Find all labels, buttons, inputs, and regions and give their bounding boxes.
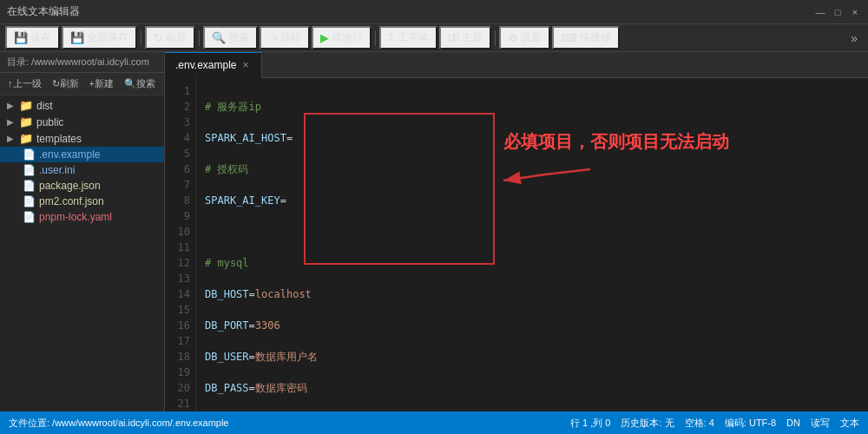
minimize-button[interactable]: — [814,6,826,18]
status-spaces: 空格: 4 [685,417,714,430]
folder-icon: 📁 [19,132,33,145]
status-file-location: 文件位置: /www/wwwroot/ai.idcyli.com/.env.ex… [9,417,228,430]
chevron-right-icon: ▶ [7,117,14,127]
folder-public[interactable]: ▶ 📁 public [0,114,164,130]
sep2 [199,30,200,46]
file-pnpm-lock[interactable]: 📄 pnpm-lock.yaml [0,209,164,225]
save-icon: 💾 [14,31,28,44]
toolbar-right: » [845,28,863,49]
up-button[interactable]: ↑上一级 [3,76,46,92]
status-left: 文件位置: /www/wwwroot/ai.idcyli.com/.env.ex… [9,417,228,430]
sidebar-search-button[interactable]: 🔍搜索 [120,76,160,92]
refresh-icon: ↻ [154,31,163,44]
search-icon: 🔍 [212,31,226,44]
tab-close-button[interactable]: × [240,59,250,71]
jump-icon: ⇢ [268,31,278,44]
code-line: SPARK_AI_KEY= [205,193,868,208]
theme-button[interactable]: U U 主题 [439,26,491,49]
maximize-button[interactable]: □ [832,6,844,18]
expand-button[interactable]: » [845,28,863,49]
folder-dist[interactable]: ▶ 📁 dist [0,97,164,114]
breadcrumb: 目录: /www/wwwroot/ai.idcyli.com [0,52,164,73]
file-pm2-conf[interactable]: 📄 pm2.conf.json [0,194,164,209]
shortcuts-icon: ⌨ [561,31,577,44]
search-button[interactable]: 🔍 搜索 [203,26,258,49]
sidebar: 目录: /www/wwwroot/ai.idcyli.com ↑上一级 ↻刷新 … [0,52,165,411]
status-extra: 文本 [840,417,859,430]
font-icon: T [388,31,395,44]
file-icon: 📄 [23,148,36,161]
status-bar: 文件位置: /www/wwwroot/ai.idcyli.com/.env.ex… [0,411,868,434]
tab-env-example[interactable]: .env.example × [165,52,262,78]
font-button[interactable]: T 工字体 [379,26,437,49]
save-button[interactable]: 💾 保存 [5,26,60,49]
shortcuts-button[interactable]: ⌨ 快捷键 [552,26,620,49]
sidebar-refresh-button[interactable]: ↻刷新 [48,76,83,92]
title-text: 在线文本编辑器 [7,4,80,19]
code-line: DB_PORT=3306 [205,318,868,333]
settings-icon: ⚙ [508,31,518,44]
chevron-right-icon: ▶ [7,101,14,110]
code-area[interactable]: # 服务器ip SPARK_AI_HOST= # 授权码 SPARK_AI_KE… [196,78,868,411]
file-user-ini[interactable]: 📄 .user.ini [0,162,164,178]
refresh-button[interactable]: ↻ 刷新 [145,26,195,49]
save-all-icon: 💾 [70,31,84,44]
file-tree: ▶ 📁 dist ▶ 📁 public ▶ 📁 templates 📄 .env… [0,95,164,411]
file-icon: 📄 [23,164,36,176]
tab-bar: .env.example × [165,52,868,78]
code-line: DB_HOST=localhost [205,286,868,302]
status-right: 行 1 ,列 0 历史版本: 无 空格: 4 编码: UTF-8 DN 读写 文… [570,417,859,430]
folder-templates[interactable]: ▶ 📁 templates [0,130,164,147]
run-button[interactable]: ▶ 就地行 [312,26,372,49]
tab-label: .env.example [175,59,236,71]
status-encoding: 编码: UTF-8 [725,417,776,430]
code-line [205,224,868,240]
file-icon: 📄 [23,195,36,207]
code-line: DB_USER=数据库用户名 [205,349,868,365]
main-layout: 目录: /www/wwwroot/ai.idcyli.com ↑上一级 ↻刷新 … [0,52,868,411]
file-env-example[interactable]: 📄 .env.example [0,147,164,162]
run-icon: ▶ [320,31,329,44]
window-controls: — □ × [814,6,861,18]
file-icon: 📄 [23,211,36,223]
status-mode: 读写 [811,417,830,430]
new-button[interactable]: +新建 [85,76,118,92]
folder-icon: 📁 [19,115,33,128]
file-icon: 📄 [23,180,36,192]
editor-content[interactable]: 必填项目，否则项目无法启动 1 2 3 4 5 6 [165,78,868,411]
code-line: # 授权码 [205,161,868,177]
sidebar-actions: ↑上一级 ↻刷新 +新建 🔍搜索 [0,73,164,95]
code-line: # 服务器ip [205,99,868,115]
toolbar: 💾 保存 💾 全部保存 ↻ 刷新 🔍 搜索 ⇢ 跳转 ▶ 就地行 T 工字体 U… [0,24,868,52]
sep3 [375,30,376,46]
jump-button[interactable]: ⇢ 跳转 [260,26,310,49]
status-row-col: 行 1 ,列 0 [570,417,610,430]
editor-area: .env.example × 必填项目，否则项目无法启动 [165,52,868,411]
file-package-json[interactable]: 📄 package.json [0,178,164,194]
close-button[interactable]: × [849,6,861,18]
title-bar: 在线文本编辑器 — □ × [0,0,868,24]
settings-button[interactable]: ⚙ 设置 [499,26,550,49]
line-numbers: 1 2 3 4 5 6 7 8 9 10 11 12 13 14 15 16 1… [165,78,196,411]
sep4 [495,30,496,46]
code-line: # mysql [205,255,868,271]
code-line: DB_PASS=数据库密码 [205,380,868,396]
folder-icon: 📁 [19,99,33,112]
save-all-button[interactable]: 💾 全部保存 [62,26,137,49]
status-platform: DN [786,418,800,428]
status-history: 历史版本: 无 [621,417,674,430]
chevron-right-icon: ▶ [7,134,14,143]
code-line: SPARK_AI_HOST= [205,130,868,146]
sep1 [141,30,141,46]
